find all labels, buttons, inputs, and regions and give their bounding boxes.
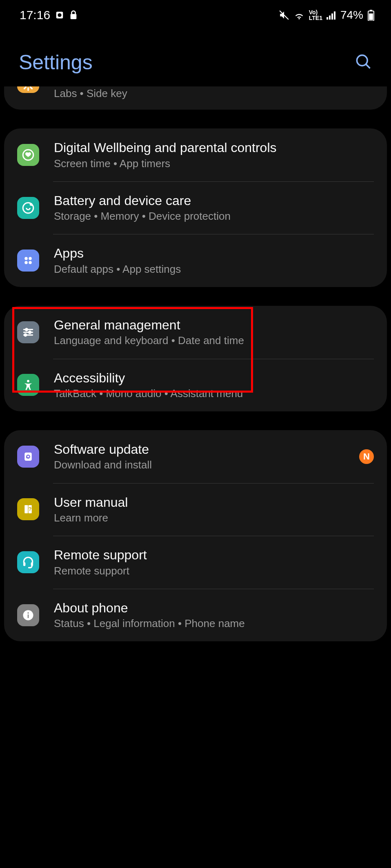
settings-row-apps[interactable]: Apps Default apps • App settings (4, 234, 387, 287)
settings-row-battery-device-care[interactable]: Battery and device care Storage • Memory… (4, 181, 387, 234)
svg-rect-7 (334, 11, 335, 20)
app-header: Settings (0, 26, 391, 86)
svg-point-35 (27, 612, 29, 613)
settings-row-advanced-features[interactable]: Labs • Side key (4, 86, 387, 110)
settings-group-device: Digital Wellbeing and parental controls … (4, 128, 387, 287)
battery-icon (367, 9, 375, 21)
svg-point-17 (29, 257, 32, 260)
row-subtitle: Screen time • App timers (54, 157, 374, 170)
svg-rect-31 (23, 562, 25, 566)
row-title: User manual (54, 495, 374, 510)
remote-support-icon (17, 551, 39, 573)
svg-text:?: ? (29, 506, 32, 512)
status-right: Vo)LTE1 74% (279, 9, 375, 22)
svg-rect-27 (24, 453, 32, 461)
apps-icon (17, 250, 39, 272)
svg-point-18 (24, 261, 28, 264)
page-title: Settings (19, 51, 93, 74)
settings-row-general-management[interactable]: General management Language and keyboard… (4, 306, 387, 359)
row-title: Accessibility (54, 370, 374, 386)
row-subtitle: TalkBack • Mono audio • Assistant menu (54, 387, 374, 400)
battery-care-icon (17, 197, 39, 219)
software-update-icon (17, 446, 39, 468)
settings-group-general: General management Language and keyboard… (4, 306, 387, 411)
row-title: General management (54, 317, 374, 333)
settings-group-about: Software update Download and install N ?… (4, 430, 387, 641)
svg-point-16 (24, 257, 28, 260)
svg-point-23 (29, 331, 31, 333)
svg-point-21 (25, 328, 27, 330)
svg-rect-34 (28, 614, 29, 618)
status-left: 17:16 (20, 8, 78, 22)
svg-rect-6 (331, 13, 333, 20)
clock: 17:16 (20, 8, 50, 22)
svg-rect-5 (329, 15, 331, 20)
svg-point-11 (357, 55, 367, 66)
wellbeing-icon (17, 144, 39, 166)
svg-point-26 (27, 380, 29, 382)
settings-row-accessibility[interactable]: Accessibility TalkBack • Mono audio • As… (4, 359, 387, 412)
settings-row-digital-wellbeing[interactable]: Digital Wellbeing and parental controls … (4, 128, 387, 181)
notification-icon (55, 11, 64, 20)
svg-rect-9 (370, 10, 372, 11)
status-bar: 17:16 Vo)LTE1 74% (0, 0, 391, 26)
row-title: About phone (54, 600, 374, 616)
row-title: Battery and device care (54, 193, 374, 208)
svg-rect-10 (369, 13, 373, 20)
volte-icon: Vo)LTE1 (309, 9, 322, 21)
lock-icon (69, 10, 78, 20)
accessibility-icon (17, 374, 39, 396)
row-subtitle: Default apps • App settings (54, 263, 374, 276)
svg-point-1 (58, 13, 61, 17)
user-manual-icon: ? (17, 498, 39, 520)
row-title: Digital Wellbeing and parental controls (54, 140, 374, 155)
mute-vibrate-icon (279, 10, 289, 20)
settings-row-software-update[interactable]: Software update Download and install N (4, 430, 387, 483)
wifi-icon (293, 11, 305, 20)
settings-row-user-manual[interactable]: ? User manual Learn more (4, 483, 387, 536)
row-subtitle: Remote support (54, 565, 374, 577)
battery-percent: 74% (340, 9, 363, 22)
settings-row-about-phone[interactable]: About phone Status • Legal information •… (4, 589, 387, 642)
svg-line-12 (366, 64, 370, 68)
settings-group-advanced: Labs • Side key (4, 86, 387, 110)
row-subtitle: Storage • Memory • Device protection (54, 210, 374, 223)
notification-badge: N (359, 449, 374, 464)
settings-row-remote-support[interactable]: Remote support Remote support (4, 536, 387, 589)
row-title: Apps (54, 245, 374, 261)
row-subtitle: Labs • Side key (54, 87, 374, 100)
svg-point-25 (24, 334, 27, 336)
svg-rect-4 (327, 17, 328, 20)
row-subtitle: Status • Legal information • Phone name (54, 617, 374, 630)
svg-rect-2 (71, 14, 77, 19)
about-phone-icon (17, 604, 39, 626)
row-title: Software update (54, 442, 354, 457)
general-management-icon (17, 321, 39, 343)
svg-rect-28 (24, 505, 28, 513)
row-subtitle: Download and install (54, 459, 354, 471)
search-button[interactable] (354, 53, 372, 72)
advanced-features-icon (17, 86, 39, 93)
row-subtitle: Language and keyboard • Date and time (54, 334, 374, 347)
row-title: Remote support (54, 547, 374, 563)
row-subtitle: Learn more (54, 512, 374, 524)
svg-point-19 (29, 261, 32, 264)
signal-icon (327, 11, 336, 20)
